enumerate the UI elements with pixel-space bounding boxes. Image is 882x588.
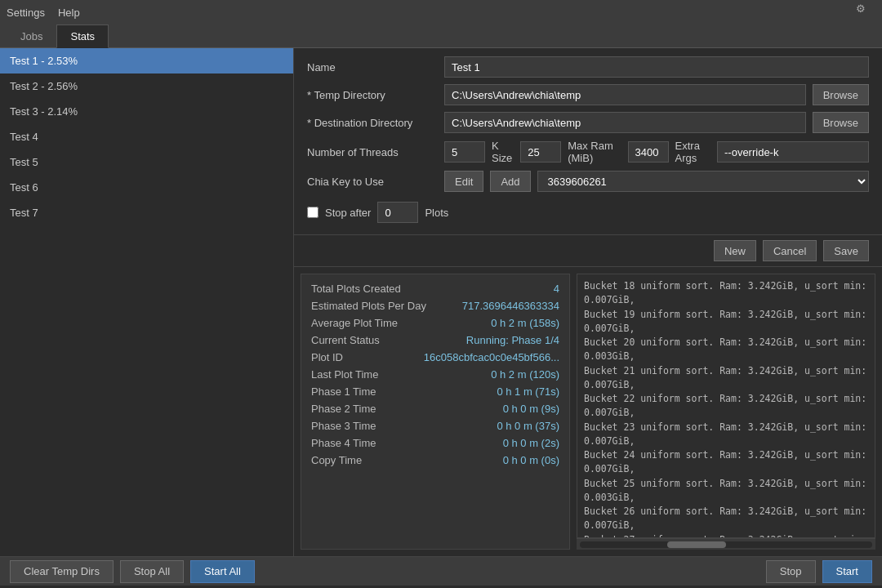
- stat-phase3: Phase 3 Time 0 h 0 m (37s): [311, 420, 559, 432]
- dest-dir-label: * Destination Directory: [307, 117, 438, 129]
- stat-phase4: Phase 4 Time 0 h 0 m (2s): [311, 437, 559, 449]
- log-line: Bucket 21 uniform sort. Ram: 3.242GiB, u…: [584, 364, 868, 393]
- stat-total-plots: Total Plots Created 4: [311, 283, 559, 295]
- log-line: Bucket 22 uniform sort. Ram: 3.242GiB, u…: [584, 392, 868, 421]
- temp-dir-browse-button[interactable]: Browse: [813, 84, 869, 105]
- stop-after-checkbox[interactable]: [307, 207, 318, 218]
- form-area: Name * Temp Directory Browse * Destinati…: [294, 48, 882, 235]
- log-scrollbar-thumb[interactable]: [667, 541, 726, 548]
- log-scrollbar[interactable]: [577, 538, 875, 550]
- clear-temp-dirs-button[interactable]: Clear Temp Dirs: [10, 560, 114, 583]
- threads-input[interactable]: [444, 141, 485, 163]
- edit-button[interactable]: Edit: [444, 171, 483, 192]
- log-container: Bucket 18 uniform sort. Ram: 3.242GiB, u…: [577, 274, 875, 550]
- tab-stats[interactable]: Stats: [56, 24, 109, 48]
- stat-last-plot-time: Last Plot Time 0 h 2 m (120s): [311, 368, 559, 381]
- stop-button[interactable]: Stop: [766, 560, 816, 583]
- tabs: Jobs Stats: [0, 24, 882, 48]
- ksize-label: K Size: [492, 140, 514, 164]
- bottom-bar: Clear Temp Dirs Stop All Start All Stop …: [0, 556, 882, 586]
- stat-plot-id: Plot ID 16c058cbfcac0c0e45bf566...: [311, 351, 559, 363]
- plots-label: Plots: [425, 207, 448, 219]
- bottom-left-buttons: Clear Temp Dirs Stop All Start All: [10, 560, 255, 583]
- stop-after-row: Stop after Plots: [307, 198, 869, 226]
- log-line: Bucket 26 uniform sort. Ram: 3.242GiB, u…: [584, 505, 868, 533]
- threads-label: Number of Threads: [307, 146, 438, 158]
- name-input[interactable]: [444, 56, 869, 78]
- save-button[interactable]: Save: [823, 240, 869, 261]
- stat-current-status: Current Status Running: Phase 1/4: [311, 334, 559, 346]
- ksize-input[interactable]: [520, 141, 561, 163]
- job-item[interactable]: Test 1 - 2.53%: [0, 48, 293, 74]
- extra-args-label: Extra Args: [675, 140, 710, 164]
- right-panel: Name * Temp Directory Browse * Destinati…: [294, 48, 882, 556]
- log-line: Bucket 25 uniform sort. Ram: 3.242GiB, u…: [584, 477, 868, 506]
- cancel-button[interactable]: Cancel: [763, 240, 817, 261]
- temp-dir-label: * Temp Directory: [307, 89, 438, 101]
- chia-key-row: Chia Key to Use Edit Add 3639606261: [307, 171, 869, 192]
- log-scrollbar-track[interactable]: [580, 541, 872, 548]
- stat-avg-plot-time: Average Plot Time 0 h 2 m (158s): [311, 317, 559, 329]
- job-item[interactable]: Test 6: [0, 175, 293, 200]
- maxram-input[interactable]: [628, 141, 669, 163]
- chia-key-label: Chia Key to Use: [307, 176, 438, 188]
- job-item[interactable]: Test 4: [0, 124, 293, 149]
- dest-dir-input[interactable]: [444, 112, 806, 133]
- tab-jobs[interactable]: Jobs: [7, 24, 56, 48]
- menu-settings[interactable]: Settings: [7, 7, 45, 19]
- main-content: Test 1 - 2.53% Test 2 - 2.56% Test 3 - 2…: [0, 48, 882, 556]
- dest-dir-browse-button[interactable]: Browse: [813, 112, 869, 133]
- log-panel[interactable]: Bucket 18 uniform sort. Ram: 3.242GiB, u…: [577, 274, 875, 538]
- titlebar: Settings Help ⚙: [0, 0, 882, 24]
- stat-phase1: Phase 1 Time 0 h 1 m (71s): [311, 385, 559, 398]
- name-row: Name: [307, 56, 869, 78]
- job-item[interactable]: Test 7: [0, 200, 293, 225]
- log-line: Bucket 23 uniform sort. Ram: 3.242GiB, u…: [584, 421, 868, 449]
- dest-dir-row: * Destination Directory Browse: [307, 112, 869, 133]
- stop-after-input[interactable]: [377, 202, 418, 223]
- maxram-label: Max Ram (MiB): [568, 140, 621, 164]
- stop-all-button[interactable]: Stop All: [120, 560, 184, 583]
- menu-help[interactable]: Help: [58, 7, 80, 19]
- new-button[interactable]: New: [714, 240, 756, 261]
- threads-row: Number of Threads K Size Max Ram (MiB) E…: [307, 140, 869, 164]
- stat-estimated-ppd: Estimated Plots Per Day 717.369644636333…: [311, 300, 559, 312]
- gear-icon[interactable]: ⚙: [856, 2, 875, 22]
- job-list: Test 1 - 2.53% Test 2 - 2.56% Test 3 - 2…: [0, 48, 294, 556]
- job-item[interactable]: Test 2 - 2.56%: [0, 74, 293, 99]
- form-buttons: New Cancel Save: [294, 235, 882, 267]
- bottom-right-buttons: Stop Start: [766, 560, 872, 583]
- log-line: Bucket 18 uniform sort. Ram: 3.242GiB, u…: [584, 279, 868, 308]
- log-line: Bucket 24 uniform sort. Ram: 3.242GiB, u…: [584, 448, 868, 477]
- job-item[interactable]: Test 3 - 2.14%: [0, 99, 293, 124]
- log-line: Bucket 20 uniform sort. Ram: 3.242GiB, u…: [584, 336, 868, 364]
- temp-dir-input[interactable]: [444, 84, 806, 105]
- stat-copy-time: Copy Time 0 h 0 m (0s): [311, 454, 559, 466]
- stats-area: Total Plots Created 4 Estimated Plots Pe…: [301, 274, 875, 550]
- job-item[interactable]: Test 5: [0, 149, 293, 175]
- name-label: Name: [307, 61, 438, 74]
- stat-phase2: Phase 2 Time 0 h 0 m (9s): [311, 403, 559, 415]
- extra-args-input[interactable]: [717, 141, 869, 163]
- stats-panel: Total Plots Created 4 Estimated Plots Pe…: [301, 274, 570, 550]
- chia-key-select[interactable]: 3639606261: [537, 171, 869, 192]
- log-line: Bucket 19 uniform sort. Ram: 3.242GiB, u…: [584, 308, 868, 336]
- start-all-button[interactable]: Start All: [190, 560, 255, 583]
- start-button[interactable]: Start: [822, 560, 872, 583]
- stop-after-label: Stop after: [325, 207, 371, 219]
- temp-dir-row: * Temp Directory Browse: [307, 84, 869, 105]
- add-button[interactable]: Add: [490, 171, 530, 192]
- menu-bar: Settings Help: [7, 7, 80, 19]
